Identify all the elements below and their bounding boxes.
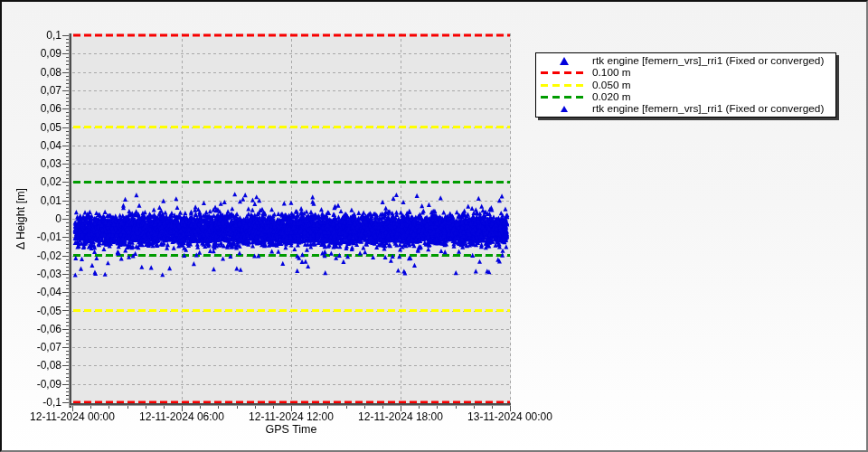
legend-item-limit-100mm: 0.100 m <box>536 67 835 79</box>
legend-item-label: rtk engine [femern_vrs]_rri1 (Fixed or c… <box>592 103 824 115</box>
legend-item-series: rtk engine [femern_vrs]_rri1 (Fixed or c… <box>536 55 835 67</box>
x-tick-label: 12-11-2024 00:00 <box>14 410 131 423</box>
y-tick-label: -0,06 <box>2 323 61 335</box>
y-tick-label: -0,08 <box>2 359 61 372</box>
y-tick-label: 0,09 <box>2 47 61 60</box>
y-tick-label: 0,02 <box>2 175 61 188</box>
legend-item-label: 0.020 m <box>592 91 631 103</box>
triangle-marker-icon <box>560 57 569 65</box>
y-tick-label: 0,05 <box>2 121 61 134</box>
legend-item-label: rtk engine [femern_vrs]_rri1 (Fixed or c… <box>592 55 824 67</box>
y-tick-label: 0,06 <box>2 102 61 115</box>
chart-legend: rtk engine [femern_vrs]_rri1 (Fixed or c… <box>535 52 836 118</box>
y-tick-label: 0,03 <box>2 157 61 170</box>
x-tick-label: 12-11-2024 06:00 <box>123 410 241 423</box>
y-tick-label: -0,02 <box>2 250 61 262</box>
legend-item-label: 0.100 m <box>592 67 631 79</box>
x-axis-title: GPS Time <box>266 423 317 436</box>
y-tick-label: -0,01 <box>2 231 61 243</box>
red-dash-marker-icon <box>541 71 588 74</box>
y-axis-title: Δ Height [m] <box>14 188 27 250</box>
y-tick-label: 0,08 <box>2 66 61 79</box>
yellow-dash-marker-icon <box>541 84 588 87</box>
x-tick-label: 13-11-2024 00:00 <box>451 410 569 423</box>
triangle-marker-icon <box>561 106 568 112</box>
legend-item-limit-50mm: 0.050 m <box>536 79 835 90</box>
x-tick-label: 12-11-2024 18:00 <box>342 410 459 423</box>
y-tick-label: 0,04 <box>2 139 61 152</box>
y-tick-label: -0,04 <box>2 286 61 298</box>
x-tick-label: 12-11-2024 12:00 <box>232 410 350 423</box>
y-tick-label: 0,01 <box>2 194 61 207</box>
legend-item-label: 0.050 m <box>592 80 631 91</box>
y-tick-label: 0,07 <box>2 84 61 97</box>
y-tick-label: 0,1 <box>2 29 61 42</box>
y-tick-label: -0,03 <box>2 268 61 280</box>
y-tick-label: -0,09 <box>2 378 61 391</box>
chart-window: { "chart_data": { "type": "scatter", "ti… <box>0 0 868 452</box>
legend-item-series-2: rtk engine [femern_vrs]_rri1 (Fixed or c… <box>536 103 835 115</box>
legend-item-limit-20mm: 0.020 m <box>536 91 835 103</box>
y-tick-label: -0,1 <box>2 396 61 409</box>
y-tick-label: -0,07 <box>2 341 61 353</box>
green-dash-marker-icon <box>541 96 588 99</box>
y-tick-label: -0,05 <box>2 305 61 317</box>
y-tick-label: 0 <box>2 212 61 225</box>
